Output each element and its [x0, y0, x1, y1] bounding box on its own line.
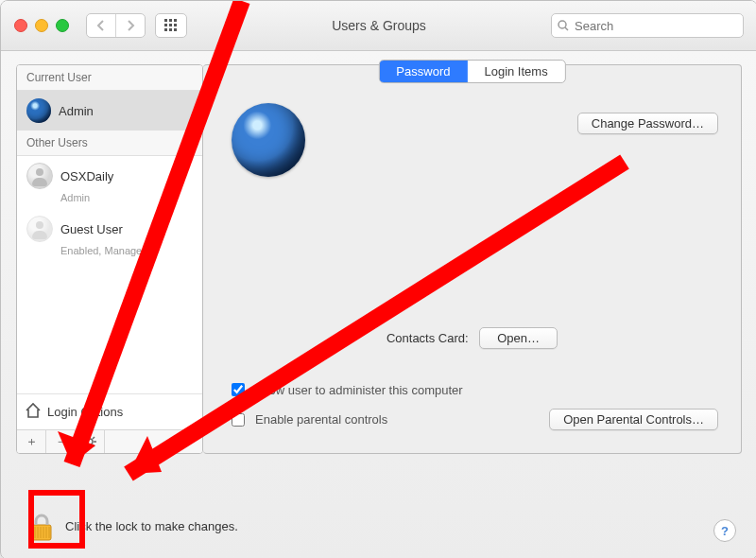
earth-avatar-icon	[26, 98, 51, 123]
user-name: OSXDaily	[60, 169, 113, 183]
add-user-button[interactable]: ＋	[17, 430, 46, 453]
back-button[interactable]	[87, 14, 115, 37]
parental-row: Enable parental controls Open Parental C…	[228, 409, 718, 430]
user-sidebar: Current User Admin Other Users OSXDaily …	[16, 64, 203, 454]
svg-point-11	[87, 439, 93, 445]
svg-rect-4	[169, 24, 172, 26]
titlebar: Users & Groups	[1, 1, 756, 51]
sidebar-user-osxdaily[interactable]: OSXDaily	[17, 156, 202, 196]
contacts-card-row: Contacts Card: Open…	[203, 327, 741, 349]
svg-rect-0	[164, 19, 167, 22]
login-options-button[interactable]: Login Options	[17, 393, 202, 429]
svg-rect-3	[164, 24, 167, 26]
svg-rect-6	[164, 28, 167, 31]
close-window-button[interactable]	[14, 19, 27, 32]
preferences-window: Users & Groups Current User Admin Other …	[0, 0, 756, 558]
nav-buttons	[86, 13, 146, 38]
admin-checkbox-label: Allow user to administer this computer	[255, 383, 463, 397]
user-actions-button[interactable]	[76, 430, 105, 453]
svg-rect-2	[174, 19, 177, 22]
content: Current User Admin Other Users OSXDaily …	[1, 51, 756, 524]
user-role: Admin	[17, 192, 202, 209]
current-user-name: Admin	[59, 104, 94, 118]
search-field[interactable]	[551, 13, 744, 38]
current-user-header: Current User	[17, 65, 202, 91]
open-parental-controls-button[interactable]: Open Parental Controls…	[549, 409, 718, 430]
search-icon	[558, 20, 569, 31]
svg-point-9	[558, 21, 566, 28]
sidebar-footer: ＋ －	[17, 429, 202, 453]
other-users-header: Other Users	[17, 131, 202, 156]
forward-button[interactable]	[115, 14, 145, 37]
window-controls	[14, 19, 69, 32]
home-icon	[25, 402, 42, 422]
help-button[interactable]: ?	[713, 519, 736, 542]
sidebar-user-guest[interactable]: Guest User	[17, 209, 202, 249]
tab-password[interactable]: Password	[379, 61, 467, 82]
gear-icon	[83, 435, 96, 448]
user-detail-panel: Password Login Items Change Password… Co…	[203, 64, 742, 454]
svg-rect-1	[169, 19, 172, 22]
change-password-button[interactable]: Change Password…	[577, 113, 718, 134]
lock-help-text: Click the lock to make changes.	[65, 519, 238, 533]
svg-rect-8	[174, 28, 177, 31]
svg-line-16	[85, 437, 87, 439]
admin-checkbox-row[interactable]: Allow user to administer this computer	[228, 380, 718, 399]
sidebar-current-user[interactable]: Admin	[17, 91, 202, 131]
remove-user-button[interactable]: －	[46, 430, 76, 453]
user-avatar-icon	[26, 216, 53, 242]
detail-tabs: Password Login Items	[378, 60, 565, 83]
user-picture[interactable]	[232, 103, 305, 177]
lock-icon[interactable]	[29, 514, 54, 538]
svg-line-17	[93, 445, 94, 446]
svg-line-19	[93, 437, 94, 439]
zoom-window-button[interactable]	[56, 19, 69, 32]
parental-checkbox[interactable]	[232, 413, 245, 427]
svg-line-18	[85, 445, 87, 446]
lock-row: Click the lock to make changes.	[29, 514, 238, 538]
svg-line-10	[565, 27, 568, 30]
open-contacts-button[interactable]: Open…	[479, 327, 558, 349]
show-all-button[interactable]	[155, 13, 187, 38]
user-role: Enabled, Managed	[17, 245, 202, 262]
login-options-label: Login Options	[47, 405, 123, 419]
user-avatar-icon	[26, 163, 53, 189]
parental-checkbox-label: Enable parental controls	[255, 412, 387, 427]
search-input[interactable]	[573, 18, 737, 34]
svg-rect-5	[174, 24, 177, 26]
minimize-window-button[interactable]	[35, 19, 48, 32]
options: Allow user to administer this computer E…	[228, 380, 718, 430]
user-name: Guest User	[60, 222, 123, 236]
admin-checkbox[interactable]	[232, 383, 245, 396]
tab-login-items[interactable]: Login Items	[467, 61, 564, 82]
contacts-card-label: Contacts Card:	[387, 331, 469, 345]
svg-rect-7	[169, 28, 172, 31]
